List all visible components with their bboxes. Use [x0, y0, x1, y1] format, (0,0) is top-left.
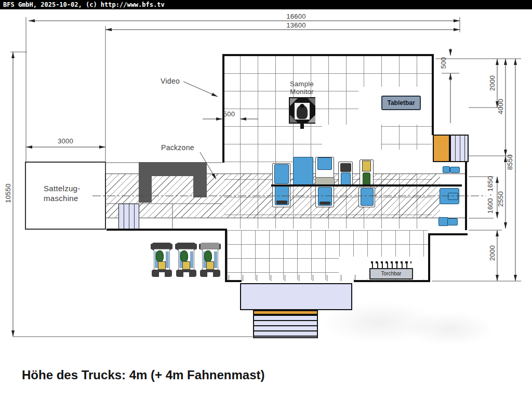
- sattelzug-label: Sattelzug- maschine: [44, 183, 81, 203]
- packzone-label: Packzone: [161, 143, 194, 152]
- sample-monitor-label-line1: Sample: [278, 80, 325, 88]
- sample-monitor-label-line2: Monitor: [278, 88, 325, 96]
- leader-packzone: [200, 152, 216, 179]
- figure-head: [300, 104, 304, 108]
- dim-label-2550: 2550: [497, 176, 505, 222]
- dim-label-16600: 16600: [275, 12, 317, 20]
- dim-label-500v: 500: [440, 39, 448, 86]
- dim-label-2000-upper: 2000: [488, 60, 497, 107]
- dim-label-8550: 8550: [506, 139, 514, 185]
- dim-label-1600-1650: 1600 - 1650: [486, 164, 495, 226]
- sample-monitor-label: Sample Monitor: [278, 80, 325, 96]
- dim-label-13600: 13600: [275, 21, 317, 29]
- leader-video: [183, 82, 218, 97]
- dim-label-3000: 3000: [45, 137, 86, 145]
- dim-label-2000-lower: 2000: [488, 230, 497, 276]
- sattelzug-label-line2: maschine: [44, 193, 81, 203]
- dim-label-500h: 500: [208, 110, 250, 118]
- dim-label-4000: 4000: [497, 83, 505, 130]
- video-label: Video: [161, 77, 180, 85]
- dim-label-10550: 10550: [4, 170, 12, 217]
- sattelzug-label-line1: Sattelzug-: [44, 183, 81, 193]
- caption-truck-height: Höhe des Trucks: 4m (+ 4m Fahnenmast): [22, 368, 264, 382]
- floorplan-page: BFS GmbH, 2025-10-02, (c) http://www.bfs…: [0, 0, 532, 399]
